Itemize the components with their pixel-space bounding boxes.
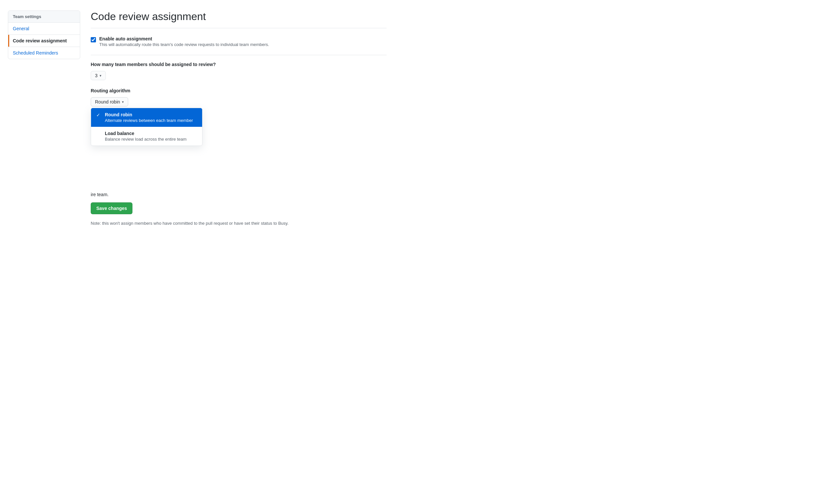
auto-assignment-label[interactable]: Enable auto assignment xyxy=(99,36,152,41)
round-robin-check-icon: ✓ xyxy=(96,112,102,118)
dropdown-item-load-balance[interactable]: Load balance Balance review load across … xyxy=(91,127,202,146)
routing-algorithm-label: Routing algorithm xyxy=(91,88,386,93)
round-robin-content: Round robin Alternate reviews between ea… xyxy=(105,112,197,123)
dropdown-item-round-robin[interactable]: ✓ Round robin Alternate reviews between … xyxy=(91,108,202,127)
round-robin-description: Alternate reviews between each team memb… xyxy=(105,118,197,123)
routing-selected-value: Round robin xyxy=(95,99,120,104)
members-count-value: 3 xyxy=(95,73,98,78)
routing-algorithm-section: Routing algorithm Round robin ▾ ✓ Round … xyxy=(91,88,386,197)
auto-assignment-section: Enable auto assignment This will automat… xyxy=(91,36,386,47)
sidebar-link-general[interactable]: General xyxy=(8,23,80,34)
members-count-dropdown[interactable]: 3 ▾ xyxy=(91,71,106,80)
routing-dropdown-button[interactable]: Round robin ▾ xyxy=(91,97,128,106)
page-layout: Team settings General Code review assign… xyxy=(0,0,821,504)
routing-dropdown-wrapper: Round robin ▾ ✓ Round robin Alternate re… xyxy=(91,97,128,106)
note-text: Note: this won't assign members who have… xyxy=(91,221,386,226)
sidebar-heading: Team settings xyxy=(8,11,80,22)
sidebar-link-scheduled-reminders[interactable]: Scheduled Reminders xyxy=(8,47,80,59)
title-divider xyxy=(91,28,386,28)
auto-assignment-checkbox[interactable] xyxy=(91,37,96,42)
load-balance-description: Balance review load across the entire te… xyxy=(105,137,197,142)
load-balance-content: Load balance Balance review load across … xyxy=(105,131,197,142)
sidebar-item-code-review[interactable]: Code review assignment xyxy=(8,35,80,47)
routing-caret-icon: ▾ xyxy=(122,100,124,104)
page-title: Code review assignment xyxy=(91,11,386,23)
sidebar-link-code-review[interactable]: Code review assignment xyxy=(8,35,80,47)
auto-assignment-description: This will automatically route this team'… xyxy=(99,42,269,47)
load-balance-title: Load balance xyxy=(105,131,197,136)
load-balance-partial-text: ire team. xyxy=(91,192,386,197)
round-robin-title: Round robin xyxy=(105,112,197,117)
main-content: Code review assignment Enable auto assig… xyxy=(91,11,386,493)
members-count-caret-icon: ▾ xyxy=(100,74,102,78)
sidebar-item-scheduled-reminders[interactable]: Scheduled Reminders xyxy=(8,47,80,59)
auto-assignment-text: Enable auto assignment This will automat… xyxy=(99,36,269,47)
members-question: How many team members should be assigned… xyxy=(91,62,386,67)
save-changes-button[interactable]: Save changes xyxy=(91,202,132,214)
sidebar-nav: Team settings General Code review assign… xyxy=(8,11,80,59)
sidebar: Team settings General Code review assign… xyxy=(8,11,80,493)
sidebar-item-general[interactable]: General xyxy=(8,23,80,35)
sidebar-heading-item: Team settings xyxy=(8,11,80,23)
section-divider-1 xyxy=(91,55,386,55)
routing-dropdown-menu: ✓ Round robin Alternate reviews between … xyxy=(91,108,202,146)
